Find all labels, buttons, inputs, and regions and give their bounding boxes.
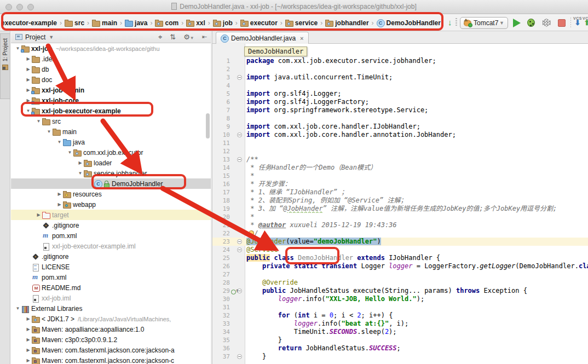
gutter-line-number[interactable]: 12: [212, 147, 230, 155]
tree-item-maven-com-fasterxml-jackson-core-jackson-a[interactable]: ▶Maven: com.fasterxml.jackson.core:jacks…: [11, 345, 211, 355]
code-line-12[interactable]: [246, 147, 588, 155]
tree-item-target[interactable]: ▶target: [11, 210, 211, 220]
gutter-line-number[interactable]: 24: [212, 246, 230, 254]
gutter-line-number[interactable]: 25: [212, 254, 230, 262]
gutter-line-number[interactable]: 4: [212, 82, 230, 90]
gutter-line-number[interactable]: 7: [212, 106, 230, 114]
code-line-37[interactable]: }: [246, 353, 588, 361]
tree-item-idea[interactable]: ▶.idea: [11, 54, 211, 64]
chevron-down-icon[interactable]: ▼: [49, 34, 54, 40]
gutter-line-number[interactable]: 5: [212, 90, 230, 98]
tree-item-license[interactable]: LICENSE: [11, 262, 211, 272]
code-line-13[interactable]: /**: [246, 155, 588, 164]
tree-item-pom-xml[interactable]: pom.xml: [11, 230, 211, 241]
tree-item-main[interactable]: ▼main: [11, 126, 211, 137]
run-button[interactable]: [511, 18, 522, 28]
expand-arrow-icon[interactable]: ▶: [25, 358, 32, 363]
gutter-line-number[interactable]: 34: [212, 328, 230, 336]
tree-item-db[interactable]: ▶db: [11, 64, 211, 74]
gear-icon[interactable]: ⚙▼: [183, 33, 194, 41]
tree-item-xxl-job-executor-example-iml[interactable]: xxl-job-executor-example.iml: [11, 241, 211, 251]
code-line-23[interactable]: @JobHander(value="demoJobHandler"): [246, 238, 588, 246]
tree-item-xxl-job-admin[interactable]: ▶xxl-job-admin: [11, 85, 211, 95]
breadcrumb-item-com[interactable]: com: [155, 19, 178, 27]
code-line-20[interactable]: *: [246, 213, 588, 221]
expand-arrow-icon[interactable]: ▶: [35, 212, 42, 217]
code-line-32[interactable]: for (int i = 0; i < 2; i++) {: [246, 311, 588, 320]
gutter-line-number[interactable]: 2: [212, 65, 230, 73]
breadcrumb-item-src[interactable]: src: [65, 19, 84, 27]
code-line-1[interactable]: package com.xxl.job.executor.service.job…: [246, 57, 588, 65]
tree-item-service-jobhandler[interactable]: ▼service.jobhandler: [11, 168, 211, 178]
code-line-29[interactable]: public JobHandleStatus execute(String...…: [246, 287, 588, 295]
code-line-28[interactable]: @Override: [246, 279, 588, 287]
tree-item-java[interactable]: ▼java: [11, 137, 211, 147]
gutter-line-number[interactable]: 37: [212, 353, 230, 361]
expand-arrow-icon[interactable]: ▼: [35, 119, 42, 124]
gutter-line-number[interactable]: 1: [212, 57, 230, 65]
gutter-line-number[interactable]: 16: [212, 180, 230, 188]
gutter-line-number[interactable]: 11: [212, 139, 230, 147]
tree-item-loader[interactable]: ▶loader: [11, 158, 211, 168]
tree-item-external-libraries[interactable]: ▼External Libraries: [11, 303, 211, 314]
gutter-line-number[interactable]: 22: [212, 229, 230, 238]
code-editor[interactable]: DemoJobHandler 1package com.xxl.job.exec…: [212, 44, 588, 364]
gutter-line-number[interactable]: 31: [212, 303, 230, 311]
run-configuration-select[interactable]: Tomcat7 ▼: [460, 17, 508, 29]
intention-bulb-icon[interactable]: [249, 230, 254, 236]
gutter-line-number[interactable]: 26: [212, 262, 230, 270]
gutter-line-number[interactable]: 13: [212, 155, 230, 164]
code-line-36[interactable]: return JobHandleStatus.SUCCESS;: [246, 344, 588, 353]
hide-panel-icon[interactable]: ⇤: [202, 33, 207, 41]
gutter-line-number[interactable]: 18: [212, 197, 230, 205]
code-line-17[interactable]: * 1、继承 “IJobHandler” ；: [246, 188, 588, 197]
tree-item-xxl-job[interactable]: ▼xxl-job~/workspaces/idea-git-workspace/…: [11, 43, 211, 54]
vcs-commit-button[interactable]: VCS⬆: [581, 16, 588, 26]
gutter-line-number[interactable]: 30: [212, 295, 230, 303]
breadcrumb-item-job[interactable]: job: [213, 19, 233, 27]
gutter-line-number[interactable]: 8: [212, 114, 230, 123]
run-with-coverage-button[interactable]: [541, 18, 552, 28]
expand-arrow-icon[interactable]: ▶: [25, 327, 32, 332]
gutter-line-number[interactable]: 36: [212, 344, 230, 353]
code-line-27[interactable]: [246, 270, 588, 279]
overriding-method-icon[interactable]: [231, 288, 238, 294]
code-line-7[interactable]: import org.springframework.stereotype.Se…: [246, 106, 588, 114]
gutter-line-number[interactable]: 10: [212, 131, 230, 139]
tree-item-readme-md[interactable]: README.md: [11, 282, 211, 293]
code-line-30[interactable]: logger.info("XXL-JOB, Hello World.");: [246, 295, 588, 303]
tree-item-resources[interactable]: ▶resources: [11, 189, 211, 199]
code-line-18[interactable]: * 2、装配到Spring, 例如加 “@Service” 注解；: [246, 197, 588, 205]
breadcrumb-item-executor-example[interactable]: executor-example: [1, 19, 57, 27]
gutter-line-number[interactable]: 23: [212, 238, 230, 246]
editor-tab-demojobhandler[interactable]: DemoJobHandler.java ×: [216, 32, 309, 44]
code-line-34[interactable]: TimeUnit.SECONDS.sleep(2);: [246, 328, 588, 336]
expand-arrow-icon[interactable]: ▶: [25, 77, 32, 82]
expand-arrow-icon[interactable]: ▶: [25, 316, 32, 321]
locate-icon[interactable]: ⌖: [158, 33, 162, 42]
code-line-24[interactable]: @Service: [246, 246, 588, 254]
tree-item-com-xxl-job-executor[interactable]: ▼com.xxl.job.executor: [11, 147, 211, 158]
tree-item-maven-c3p0-c3p0-0-9-1-2[interactable]: ▶Maven: c3p0:c3p0:0.9.1.2: [11, 334, 211, 345]
expand-arrow-icon[interactable]: ▶: [77, 160, 84, 165]
tree-item-xxl-job-executor-example[interactable]: ▼xxl-job-executor-example: [11, 106, 211, 116]
fold-marker-icon[interactable]: [237, 75, 242, 80]
expand-arrow-icon[interactable]: ▼: [45, 129, 53, 134]
code-line-14[interactable]: * 任务Handler的一个Demo（Bean模式）: [246, 164, 588, 172]
gutter-line-number[interactable]: 33: [212, 320, 230, 328]
breadcrumb-item-jobhandler[interactable]: jobhandler: [325, 19, 368, 27]
fold-marker-icon[interactable]: [237, 239, 242, 244]
fold-marker-icon[interactable]: [237, 354, 242, 359]
code-line-16[interactable]: * 开发步骤：: [246, 180, 588, 188]
tree-item-gitignore[interactable]: .gitignore: [11, 251, 211, 262]
code-line-22[interactable]: */: [246, 229, 588, 238]
gutter-line-number[interactable]: 3: [212, 73, 230, 82]
collapse-all-icon[interactable]: ⇅: [170, 33, 176, 41]
expand-arrow-icon[interactable]: ▼: [14, 306, 21, 311]
gutter-line-number[interactable]: 27: [212, 270, 230, 279]
code-line-33[interactable]: logger.info("beat at:{}", i);: [246, 320, 588, 328]
code-line-2[interactable]: [246, 65, 588, 73]
fold-marker-icon[interactable]: [237, 157, 242, 162]
project-tool-window-tab[interactable]: 1: Project: [0, 33, 10, 99]
expand-arrow-icon[interactable]: ▶: [56, 202, 63, 207]
